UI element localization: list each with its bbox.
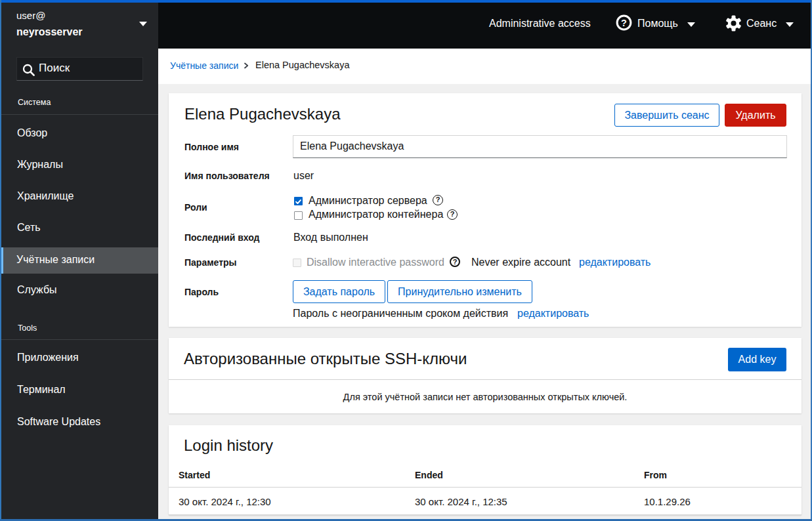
svg-text:?: ? — [621, 18, 627, 28]
